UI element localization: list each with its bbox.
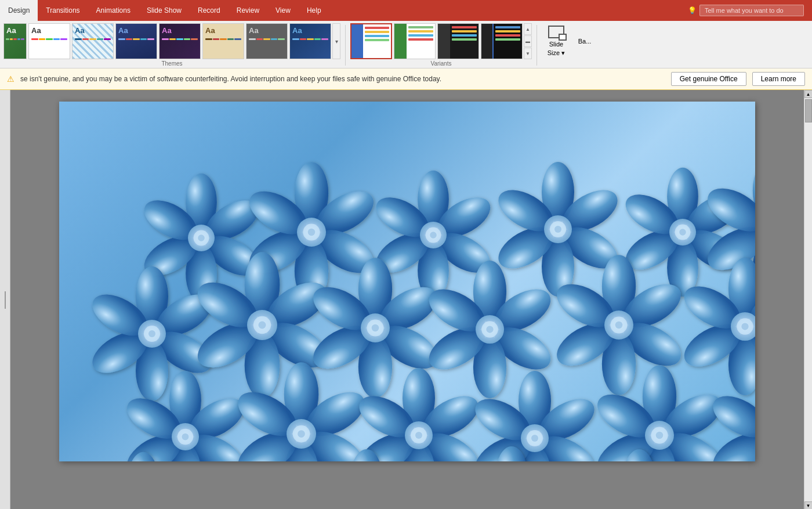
slide-size-button[interactable]: SlideSize ▾ bbox=[542, 23, 571, 59]
variants-scroll-up[interactable]: ▲ bbox=[524, 23, 532, 35]
scroll-track bbox=[804, 98, 812, 501]
scroll-thumb[interactable] bbox=[805, 99, 812, 122]
variant-thumb-3[interactable] bbox=[437, 23, 479, 59]
tab-transitions[interactable]: Transitions bbox=[38, 0, 88, 21]
themes-scroll-down[interactable]: ▾ bbox=[332, 23, 340, 59]
tab-view[interactable]: View bbox=[267, 0, 299, 21]
tab-animations[interactable]: Animations bbox=[88, 0, 139, 21]
themes-section: Aa Aa bbox=[3, 23, 340, 67]
tab-record[interactable]: Record bbox=[190, 0, 229, 21]
scroll-down-button[interactable]: ▼ bbox=[804, 501, 813, 509]
tab-review[interactable]: Review bbox=[229, 0, 267, 21]
right-scrollbar: ▲ ▼ bbox=[804, 90, 812, 509]
slide-area bbox=[10, 90, 804, 509]
slide-canvas bbox=[59, 102, 755, 461]
themes-scroll-area: Aa Aa bbox=[3, 23, 340, 59]
variant-thumb-2[interactable] bbox=[394, 23, 436, 59]
variant-thumb-1[interactable] bbox=[350, 23, 392, 59]
slide-size-dropdown-arrow: ▾ bbox=[561, 49, 565, 56]
section-divider-1 bbox=[345, 25, 346, 66]
theme-thumb-5[interactable]: Aa bbox=[202, 23, 244, 59]
theme-thumb-4[interactable]: Aa bbox=[159, 23, 201, 59]
warning-icon: ⚠ bbox=[7, 74, 14, 84]
scroll-up-button[interactable]: ▲ bbox=[804, 90, 813, 98]
warning-text: se isn't genuine, and you may be a victi… bbox=[20, 75, 665, 83]
tab-bar: Design Transitions Animations Slide Show… bbox=[0, 0, 812, 21]
themes-label: Themes bbox=[3, 60, 340, 67]
variants-label: Variants bbox=[350, 60, 532, 67]
tab-design[interactable]: Design bbox=[0, 0, 38, 21]
variant-thumb-4[interactable] bbox=[481, 23, 523, 59]
variants-content: ▲ ▬ ▼ bbox=[350, 23, 532, 59]
left-sidebar bbox=[0, 90, 10, 509]
variants-scroll-down[interactable]: ▼ bbox=[524, 48, 532, 59]
slide-size-icon bbox=[548, 26, 564, 38]
learn-more-button[interactable]: Learn more bbox=[752, 72, 805, 86]
themes-content: Aa Aa bbox=[3, 23, 340, 59]
tab-help[interactable]: Help bbox=[299, 0, 329, 21]
slide-size-label: SlideSize ▾ bbox=[548, 40, 565, 57]
customize-button[interactable]: Ba... bbox=[573, 23, 596, 59]
customize-label: Ba... bbox=[578, 38, 592, 45]
flowers-svg bbox=[59, 102, 755, 461]
variants-scroll-arrows: ▲ ▬ ▼ bbox=[524, 23, 532, 59]
section-divider-2 bbox=[536, 25, 537, 66]
theme-thumb-0[interactable]: Aa bbox=[3, 23, 27, 59]
theme-thumb-6[interactable]: Aa bbox=[246, 23, 288, 59]
variants-section: ▲ ▬ ▼ Variants bbox=[350, 23, 532, 67]
theme-thumb-3[interactable]: Aa bbox=[115, 23, 157, 59]
variants-list bbox=[350, 23, 523, 59]
theme-thumb-2[interactable]: Aa bbox=[72, 23, 114, 59]
ribbon-content: Aa Aa bbox=[0, 21, 812, 68]
variants-scroll-middle[interactable]: ▬ bbox=[524, 35, 532, 47]
get-genuine-office-button[interactable]: Get genuine Office bbox=[671, 72, 746, 86]
tab-slideshow[interactable]: Slide Show bbox=[139, 0, 190, 21]
left-sidebar-indicator bbox=[5, 291, 6, 309]
lightbulb-icon: 💡 bbox=[688, 6, 697, 15]
theme-thumb-1[interactable]: Aa bbox=[28, 23, 70, 59]
warning-bar: ⚠ se isn't genuine, and you may be a vic… bbox=[0, 68, 812, 90]
tell-me-input[interactable] bbox=[699, 5, 804, 16]
theme-thumb-7[interactable]: Aa bbox=[289, 23, 331, 59]
tell-me-area: 💡 bbox=[680, 0, 812, 21]
main-area: ▲ ▼ bbox=[0, 90, 812, 509]
themes-list: Aa Aa bbox=[3, 23, 331, 59]
